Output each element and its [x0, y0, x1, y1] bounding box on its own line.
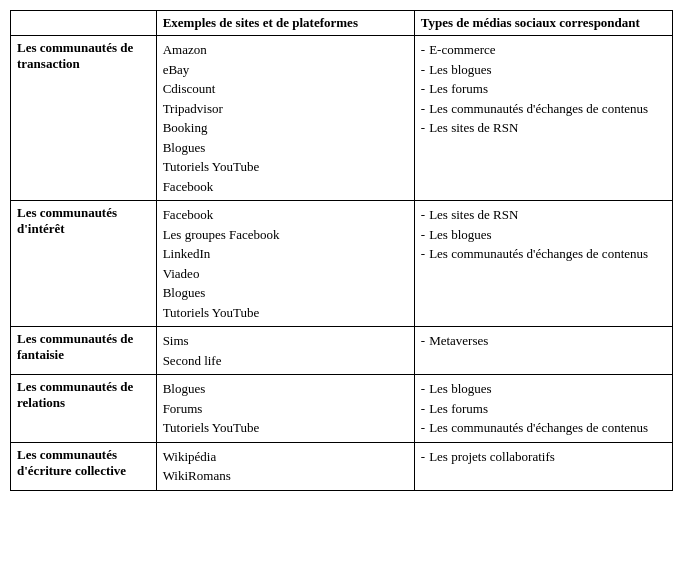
type-text: Metaverses	[429, 331, 488, 351]
example-item: Facebook	[163, 205, 408, 225]
examples-cell: WikipédiaWikiRomans	[156, 442, 414, 490]
list-dash: -	[421, 331, 425, 351]
examples-cell: AmazoneBayCdiscountTripadvisorBookingBlo…	[156, 36, 414, 201]
type-text: E-commerce	[429, 40, 495, 60]
example-item: eBay	[163, 60, 408, 80]
type-item: -Les forums	[421, 79, 666, 99]
list-dash: -	[421, 418, 425, 438]
type-item: -Les blogues	[421, 379, 666, 399]
list-dash: -	[421, 99, 425, 119]
example-item: Sims	[163, 331, 408, 351]
category-cell: Les communautés de fantaisie	[11, 327, 157, 375]
types-cell: -Les blogues-Les forums-Les communautés …	[414, 375, 672, 443]
example-item: Les groupes Facebook	[163, 225, 408, 245]
examples-cell: BloguesForumsTutoriels YouTube	[156, 375, 414, 443]
type-item: -Les blogues	[421, 60, 666, 80]
example-item: Blogues	[163, 283, 408, 303]
example-item: Second life	[163, 351, 408, 371]
list-dash: -	[421, 225, 425, 245]
list-dash: -	[421, 244, 425, 264]
category-cell: Les communautés d'intérêt	[11, 201, 157, 327]
example-item: Facebook	[163, 177, 408, 197]
types-cell: -Metaverses	[414, 327, 672, 375]
examples-cell: FacebookLes groupes FacebookLinkedInViad…	[156, 201, 414, 327]
example-item: Cdiscount	[163, 79, 408, 99]
example-item: Tutoriels YouTube	[163, 418, 408, 438]
list-dash: -	[421, 79, 425, 99]
example-item: LinkedIn	[163, 244, 408, 264]
list-dash: -	[421, 399, 425, 419]
example-item: Booking	[163, 118, 408, 138]
category-cell: Les communautés d'écriture collective	[11, 442, 157, 490]
example-item: Tripadvisor	[163, 99, 408, 119]
type-text: Les communautés d'échanges de contenus	[429, 244, 648, 264]
example-item: Forums	[163, 399, 408, 419]
type-item: -E-commerce	[421, 40, 666, 60]
type-text: Les communautés d'échanges de contenus	[429, 99, 648, 119]
example-item: Tutoriels YouTube	[163, 303, 408, 323]
type-item: -Les blogues	[421, 225, 666, 245]
type-text: Les sites de RSN	[429, 118, 518, 138]
example-item: Viadeo	[163, 264, 408, 284]
header-col2: Exemples de sites et de plateformes	[156, 11, 414, 36]
type-text: Les blogues	[429, 60, 491, 80]
list-dash: -	[421, 40, 425, 60]
example-item: Blogues	[163, 138, 408, 158]
list-dash: -	[421, 379, 425, 399]
type-text: Les blogues	[429, 225, 491, 245]
list-dash: -	[421, 447, 425, 467]
types-cell: -Les projets collaboratifs	[414, 442, 672, 490]
main-table: Exemples de sites et de plateformes Type…	[10, 10, 673, 491]
category-cell: Les communautés de relations	[11, 375, 157, 443]
list-dash: -	[421, 205, 425, 225]
example-item: Blogues	[163, 379, 408, 399]
type-text: Les communautés d'échanges de contenus	[429, 418, 648, 438]
examples-cell: SimsSecond life	[156, 327, 414, 375]
header-col3: Types de médias sociaux correspondant	[414, 11, 672, 36]
type-item: -Les sites de RSN	[421, 118, 666, 138]
example-item: Tutoriels YouTube	[163, 157, 408, 177]
type-text: Les forums	[429, 399, 488, 419]
list-dash: -	[421, 118, 425, 138]
type-item: -Les communautés d'échanges de contenus	[421, 244, 666, 264]
type-text: Les blogues	[429, 379, 491, 399]
type-item: -Les forums	[421, 399, 666, 419]
type-text: Les sites de RSN	[429, 205, 518, 225]
type-item: -Les projets collaboratifs	[421, 447, 666, 467]
types-cell: -E-commerce-Les blogues-Les forums-Les c…	[414, 36, 672, 201]
header-col1	[11, 11, 157, 36]
list-dash: -	[421, 60, 425, 80]
type-text: Les forums	[429, 79, 488, 99]
type-item: -Metaverses	[421, 331, 666, 351]
category-cell: Les communautés de transaction	[11, 36, 157, 201]
types-cell: -Les sites de RSN-Les blogues-Les commun…	[414, 201, 672, 327]
type-item: -Les communautés d'échanges de contenus	[421, 99, 666, 119]
example-item: Amazon	[163, 40, 408, 60]
example-item: Wikipédia	[163, 447, 408, 467]
type-item: -Les sites de RSN	[421, 205, 666, 225]
example-item: WikiRomans	[163, 466, 408, 486]
type-text: Les projets collaboratifs	[429, 447, 555, 467]
type-item: -Les communautés d'échanges de contenus	[421, 418, 666, 438]
